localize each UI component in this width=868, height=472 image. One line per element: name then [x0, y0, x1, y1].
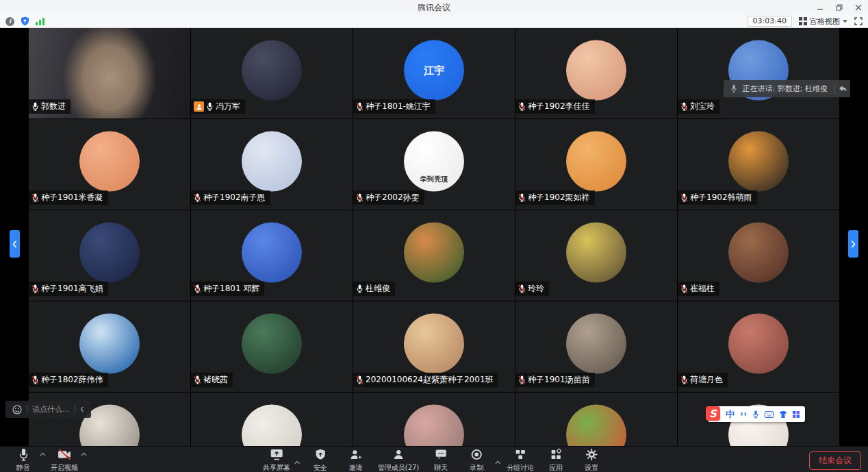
previous-page-arrow[interactable] [10, 230, 20, 258]
mic-muted-icon [518, 102, 526, 111]
ime-language-mode[interactable]: 中 [726, 408, 735, 421]
ime-punctuation-icon[interactable] [740, 411, 747, 418]
participant-name: 种子1901米香凝 [41, 192, 103, 203]
avatar-text: 学到秃顶 [404, 175, 464, 183]
participant-avatar [242, 223, 302, 283]
restore-icon[interactable] [835, 3, 843, 12]
mic-large-icon [18, 448, 29, 461]
meeting-info-icon[interactable]: i [5, 17, 14, 26]
chevron-up-icon[interactable] [81, 452, 87, 456]
toolbar-button-members[interactable]: 管理成员(27) [375, 448, 422, 472]
collapse-chat-icon[interactable] [75, 401, 89, 418]
participant-tile[interactable]: 种子1901高飞娟 [29, 210, 190, 301]
sogou-logo-icon[interactable]: S [706, 406, 720, 421]
chevron-up-icon[interactable] [40, 452, 46, 456]
meeting-status-icons: i [5, 16, 44, 26]
window-title: 腾讯会议 [418, 2, 450, 14]
participant-avatar [79, 314, 140, 374]
participant-tile[interactable]: 玲玲 [515, 210, 677, 301]
participant-tile[interactable]: 种子1902南子恩 [191, 119, 353, 210]
view-controls: 03:03:40 宫格视图 [748, 16, 863, 27]
toolbar-button-mic-large[interactable]: 静音 [7, 448, 40, 472]
participant-name: 种子1901高飞娟 [41, 283, 103, 295]
participant-name: 种子1901汤苗苗 [528, 374, 590, 386]
toolbar-button-shield[interactable]: 安全 [304, 448, 337, 472]
toolbar-button-breakout[interactable]: 分组讨论 [504, 448, 537, 472]
toolbar-button-invite[interactable]: 邀请 [340, 448, 372, 472]
participant-name-label: 种子1801-姚江宇 [353, 99, 435, 114]
participant-tile[interactable]: 杜维俊 [353, 210, 515, 301]
chat-input[interactable]: 说点什么... [27, 401, 75, 418]
toolbar-button-record[interactable]: 录制 [460, 448, 493, 472]
participant-name: 种子1902南子恩 [203, 192, 266, 203]
invite-icon [349, 448, 362, 461]
toolbar-label: 录制 [470, 463, 483, 472]
participant-tile[interactable]: 种子1902韩萌雨 [678, 119, 839, 210]
participant-tile[interactable]: 种子1801 邓辉 [191, 210, 353, 301]
participant-name-label: 种子2002孙雯 [353, 190, 424, 205]
speaking-notification: 正在讲话: 郭数进; 杜维俊 [724, 80, 850, 97]
participant-name: 冯万军 [216, 101, 240, 112]
participant-tile[interactable]: 种子1902栗如祥 [515, 119, 677, 210]
participant-name-label: 种子1901高飞娟 [29, 282, 108, 296]
mic-on-icon [356, 284, 363, 293]
chevron-up-icon[interactable] [494, 460, 500, 464]
participant-tile[interactable] [515, 393, 677, 446]
participant-tile[interactable]: 种子1802薛伟伟 [29, 301, 190, 392]
next-page-arrow[interactable] [848, 230, 858, 258]
participant-tile[interactable]: 褚晓茜 [191, 301, 353, 392]
participant-tile[interactable]: 冯万军 [191, 28, 353, 119]
gear-icon [586, 448, 598, 461]
network-signal-icon[interactable] [36, 17, 44, 25]
toolbar-button-camera-off[interactable]: 开启视频 [48, 448, 81, 472]
camera-off-icon [58, 448, 72, 461]
mic-on-icon [31, 102, 39, 111]
ime-skin-icon[interactable] [779, 411, 787, 418]
ime-voice-icon[interactable] [752, 410, 759, 419]
participant-name-label: 冯万军 [191, 99, 245, 114]
mic-muted-icon [680, 284, 688, 293]
participant-tile[interactable]: 种子1902李佳佳 [515, 28, 677, 119]
members-icon [393, 448, 405, 461]
ime-toolbox-icon[interactable] [793, 411, 800, 418]
security-shield-icon[interactable] [21, 16, 29, 26]
participant-avatar [79, 132, 140, 192]
participant-name-label: 玲玲 [515, 282, 549, 296]
toolbar-label: 聊天 [434, 463, 448, 472]
participant-tile[interactable]: 学到秃顶种子2002孙雯 [353, 119, 515, 210]
chevron-down-icon [843, 20, 847, 23]
participant-tile[interactable] [353, 393, 515, 446]
participant-tile[interactable]: 荷塘月色 [678, 301, 839, 392]
participant-name-label: 种子1901汤苗苗 [515, 373, 595, 387]
participant-tile[interactable]: 江宇种子1801-姚江宇 [353, 28, 515, 119]
toolbar-button-apps[interactable]: 应用 [539, 448, 572, 472]
minimize-icon[interactable] [816, 3, 824, 12]
participant-tile[interactable]: 郭数进 [29, 28, 190, 119]
participant-tile[interactable]: 崔福柱 [678, 210, 839, 301]
window-controls [816, 0, 863, 15]
emoji-icon[interactable] [8, 401, 27, 418]
reply-arrow-icon[interactable] [835, 80, 850, 97]
toolbar-label: 应用 [549, 463, 563, 472]
toolbar-button-gear[interactable]: 设置 [575, 448, 608, 472]
participant-tile[interactable]: 种子1901汤苗苗 [515, 301, 677, 392]
participant-name: 荷塘月色 [690, 374, 723, 386]
toolbar-button-share-screen[interactable]: 共享屏幕 [260, 448, 293, 472]
toolbar-label: 分组讨论 [507, 463, 534, 472]
layout-view-button[interactable]: 宫格视图 [799, 16, 847, 27]
participant-tile[interactable] [191, 393, 353, 446]
ime-keyboard-icon[interactable] [765, 411, 774, 418]
end-meeting-button[interactable]: 结束会议 [809, 451, 861, 470]
fullscreen-icon[interactable] [854, 17, 863, 25]
mic-muted-icon [194, 284, 201, 293]
toolbar-label: 安全 [314, 463, 327, 472]
participant-grid: 郭数进冯万军江宇种子1801-姚江宇种子1902李佳佳刘宝玲种子1901米香凝种… [29, 28, 839, 446]
participant-tile[interactable]: 种子1901米香凝 [29, 119, 190, 210]
participant-tile[interactable]: 20200100624赵紫萧种子2001班 [353, 301, 515, 392]
participant-tile[interactable]: 刘宝玲 [678, 28, 839, 119]
close-icon[interactable] [854, 3, 863, 12]
toolbar-button-chat[interactable]: 聊天 [424, 448, 457, 472]
participant-avatar [242, 405, 302, 446]
mic-muted-icon [518, 193, 526, 202]
chevron-up-icon[interactable] [294, 460, 301, 464]
